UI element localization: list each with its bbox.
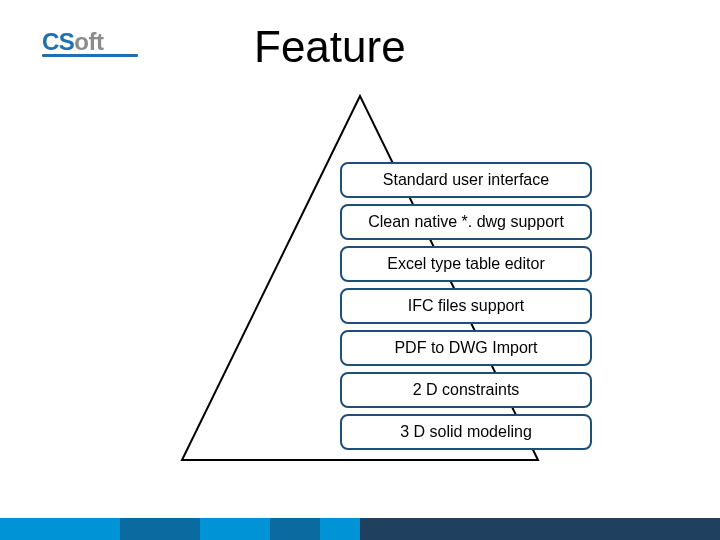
feature-pill: Clean native *. dwg support <box>340 204 592 240</box>
logo-underline <box>42 54 138 57</box>
feature-label: PDF to DWG Import <box>394 339 537 357</box>
feature-pill: 2 D constraints <box>340 372 592 408</box>
footer-seg <box>270 518 320 540</box>
feature-pill: Excel type table editor <box>340 246 592 282</box>
feature-pill: Standard user interface <box>340 162 592 198</box>
feature-label: Excel type table editor <box>387 255 544 273</box>
feature-label: Clean native *. dwg support <box>368 213 564 231</box>
feature-label: IFC files support <box>408 297 524 315</box>
footer-seg <box>200 518 270 540</box>
feature-label: Standard user interface <box>383 171 549 189</box>
brand-logo: CSoft <box>42 28 104 56</box>
footer-seg <box>120 518 200 540</box>
feature-pill: 3 D solid modeling <box>340 414 592 450</box>
footer-seg <box>360 518 720 540</box>
feature-label: 3 D solid modeling <box>400 423 532 441</box>
logo-part-oft: oft <box>74 28 103 55</box>
footer-stripe <box>0 518 720 540</box>
feature-pill: PDF to DWG Import <box>340 330 592 366</box>
feature-pill-stack: Standard user interface Clean native *. … <box>340 162 592 450</box>
feature-pill: IFC files support <box>340 288 592 324</box>
feature-label: 2 D constraints <box>413 381 520 399</box>
footer-seg <box>0 518 120 540</box>
logo-part-cs: CS <box>42 28 74 55</box>
footer-seg <box>320 518 360 540</box>
page-title: Feature <box>254 22 406 72</box>
